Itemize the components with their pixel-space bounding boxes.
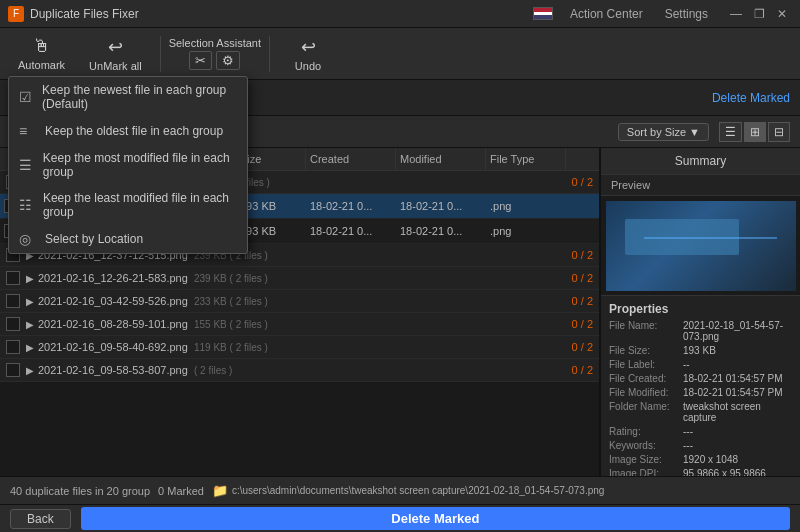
prop-val-filesize: 193 KB [683,345,716,356]
minimize-button[interactable]: — [725,5,747,23]
app-title: Duplicate Files Fixer [30,7,139,21]
sort-chevron-icon: ▼ [689,126,700,138]
group-checkbox-4[interactable] [6,294,20,308]
delete-marked-button[interactable]: Delete Marked [81,507,790,530]
group-checkbox-5[interactable] [6,317,20,331]
group-count-2: 0 / 2 [572,249,593,261]
toolbar-separator-2 [269,36,270,72]
selection-assistant-label: Selection Assistant [169,37,261,49]
prop-val-filecreated: 18-02-21 01:54:57 PM [683,373,783,384]
undo-button[interactable]: ↩ Undo [278,32,338,76]
back-button[interactable]: Back [10,509,71,529]
detail-view-button[interactable]: ⊟ [768,122,790,142]
group-checkbox-6[interactable] [6,340,20,354]
dropdown-item-newest[interactable]: ☑ Keep the newest file in each group (De… [9,77,247,117]
grid-view-button[interactable]: ⊞ [744,122,766,142]
prop-rating: Rating: --- [609,426,792,437]
group-count: 0 / 2 [572,176,593,188]
group-name-5: 2021-02-16_08-28-59-101.png 155 KB ( 2 f… [38,318,564,330]
preview-title: Preview [601,175,800,196]
prop-key-imgdpi: Image DPI: [609,468,679,476]
bottom-bar: 40 duplicate files in 20 group 0 Marked … [0,476,800,504]
maximize-button[interactable]: ❐ [749,5,770,23]
preview-area [601,196,800,296]
group-row-6[interactable]: ▶ 2021-02-16_09-58-40-692.png 119 KB ( 2… [0,336,599,359]
dropdown-item-most-modified[interactable]: ☰ Keep the most modified file in each gr… [9,145,247,185]
view-buttons: ☰ ⊞ ⊟ [719,122,790,142]
expand-icon-5: ▶ [26,319,34,330]
th-modified[interactable]: Modified [396,148,486,170]
prop-key-keywords: Keywords: [609,440,679,451]
group-name-6: 2021-02-16_09-58-40-692.png 119 KB ( 2 f… [38,341,564,353]
prop-val-imgdpi: 95.9866 x 95.9866 [683,468,766,476]
group-checkbox-7[interactable] [6,363,20,377]
dropdown-label-2: Keep the oldest file in each group [45,124,223,138]
group-row-4[interactable]: ▶ 2021-02-16_03-42-59-526.png 233 KB ( 2… [0,290,599,313]
group-row-5[interactable]: ▶ 2021-02-16_08-28-59-101.png 155 KB ( 2… [0,313,599,336]
sort-button[interactable]: Sort by Size ▼ [618,123,709,141]
properties-section: Properties File Name: 2021-02-18_01-54-5… [601,296,800,476]
flag-region [533,7,553,20]
prop-val-filemodified: 18-02-21 01:54:57 PM [683,387,783,398]
action-center-button[interactable]: Action Center [565,5,648,23]
action-bar: Back Delete Marked [0,504,800,532]
path-text: c:\users\admin\documents\tweakshot scree… [232,485,604,496]
dropdown-item-oldest[interactable]: ≡ Keep the oldest file in each group [9,117,247,145]
dropdown-menu: ☑ Keep the newest file in each group (De… [8,76,248,254]
selection-assistant-icons: ✂ ⚙ [189,51,240,70]
prop-filemodified: File Modified: 18-02-21 01:54:57 PM [609,387,792,398]
group-row-3[interactable]: ▶ 2021-02-16_12-26-21-583.png 239 KB ( 2… [0,267,599,290]
file-type-cell: .png [486,196,566,216]
dropdown-label-3: Keep the most modified file in each grou… [43,151,237,179]
prop-filecreated: File Created: 18-02-21 01:54:57 PM [609,373,792,384]
prop-val-imgsize: 1920 x 1048 [683,454,738,465]
prop-val-rating: --- [683,426,693,437]
group-count-3: 0 / 2 [572,272,593,284]
th-filetype[interactable]: File Type [486,148,566,170]
group-row-7[interactable]: ▶ 2021-02-16_09-58-53-807.png ( 2 files … [0,359,599,382]
us-flag-icon [533,7,553,20]
expand-icon-4: ▶ [26,296,34,307]
expand-icon-6: ▶ [26,342,34,353]
automark-button[interactable]: 🖱 Automark [8,32,75,76]
prop-key-filecreated: File Created: [609,373,679,384]
dropdown-icon-1: ☑ [19,89,34,105]
group-name-4: 2021-02-16_03-42-59-526.png 233 KB ( 2 f… [38,295,564,307]
selection-icon-1[interactable]: ✂ [189,51,212,70]
toolbar: 🖱 Automark ↩ UnMark all Selection Assist… [0,28,800,80]
dropdown-icon-2: ≡ [19,123,37,139]
delete-marked-link[interactable]: Delete Marked [712,91,790,105]
group-name-7: 2021-02-16_09-58-53-807.png ( 2 files ) [38,364,564,376]
right-panel: Summary Preview Properties File Name: 20… [600,148,800,476]
file-modified-cell-2: 18-02-21 0... [396,221,486,241]
file-created-cell-2: 18-02-21 0... [306,221,396,241]
group-count-7: 0 / 2 [572,364,593,376]
prop-key-filename: File Name: [609,320,679,342]
prop-filesize: File Size: 193 KB [609,345,792,356]
app-icon: F [8,6,24,22]
group-count-4: 0 / 2 [572,295,593,307]
status-middle: 0 Marked [158,485,204,497]
title-bar: F Duplicate Files Fixer Action Center Se… [0,0,800,28]
group-count-5: 0 / 2 [572,318,593,330]
list-view-button[interactable]: ☰ [719,122,742,142]
unmark-all-button[interactable]: ↩ UnMark all [79,32,152,76]
dropdown-item-least-modified[interactable]: ☷ Keep the least modified file in each g… [9,185,247,225]
prop-imgdpi: Image DPI: 95.9866 x 95.9866 [609,468,792,476]
dropdown-item-location[interactable]: ◎ Select by Location [9,225,247,253]
expand-icon-3: ▶ [26,273,34,284]
expand-icon-7: ▶ [26,365,34,376]
dropdown-label-5: Select by Location [45,232,143,246]
automark-icon: 🖱 [33,36,51,57]
window-controls: — ❐ ✕ [725,5,792,23]
close-button[interactable]: ✕ [772,5,792,23]
th-created[interactable]: Created [306,148,396,170]
selection-icon-2[interactable]: ⚙ [216,51,240,70]
preview-image [606,201,796,291]
group-checkbox-3[interactable] [6,271,20,285]
group-count-6: 0 / 2 [572,341,593,353]
settings-button[interactable]: Settings [660,5,713,23]
prop-keywords: Keywords: --- [609,440,792,451]
title-bar-left: F Duplicate Files Fixer [8,6,139,22]
prop-key-foldername: Folder Name: [609,401,679,423]
